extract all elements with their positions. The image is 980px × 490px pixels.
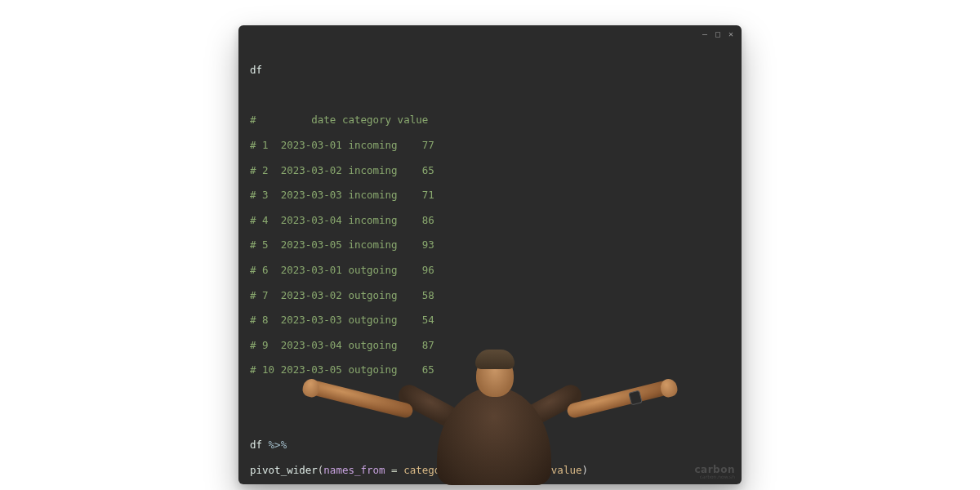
table1-row: # 2 2023-03-02 incoming 65 xyxy=(250,164,730,176)
pipe-operator: %>% xyxy=(269,439,287,451)
table1-row: # 8 2023-03-03 outgoing 54 xyxy=(250,314,730,326)
arg-names-from: names_from xyxy=(323,464,385,476)
minimize-icon[interactable]: — xyxy=(701,30,709,38)
arg-val-category: category xyxy=(403,464,452,476)
code-cmd-df: df xyxy=(250,64,262,76)
carbon-watermark: carbon carbon.now.sh xyxy=(694,465,735,479)
arg-values-from: values_from xyxy=(465,464,532,476)
code-window: — □ ✕ df # date category value # 1 2023-… xyxy=(238,25,742,484)
code-fn-pivotwider: pivot_wider xyxy=(250,464,318,476)
close-icon[interactable]: ✕ xyxy=(727,30,735,38)
table1-row: # 10 2023-03-05 outgoing 65 xyxy=(250,363,730,376)
maximize-icon[interactable]: □ xyxy=(714,30,722,38)
watermark-subtitle: carbon.now.sh xyxy=(694,474,735,479)
arg-val-value: value xyxy=(551,464,582,476)
table1-row: # 1 2023-03-01 incoming 77 xyxy=(250,139,730,151)
window-controls: — □ ✕ xyxy=(701,30,735,38)
terminal-content: df # date category value # 1 2023-03-01 … xyxy=(250,51,730,484)
table1-row: # 4 2023-03-04 incoming 86 xyxy=(250,214,730,226)
table1-header: # date category value xyxy=(250,114,730,126)
code-cmd-df2: df xyxy=(250,439,269,451)
table1-row: # 6 2023-03-01 outgoing 96 xyxy=(250,264,730,276)
table1-row: # 3 2023-03-03 incoming 71 xyxy=(250,189,730,201)
stage: — □ ✕ df # date category value # 1 2023-… xyxy=(0,0,980,490)
table1-row: # 7 2023-03-02 outgoing 58 xyxy=(250,289,730,301)
table1-row: # 5 2023-03-05 incoming 93 xyxy=(250,238,730,251)
table1-row: # 9 2023-03-04 outgoing 87 xyxy=(250,339,730,351)
